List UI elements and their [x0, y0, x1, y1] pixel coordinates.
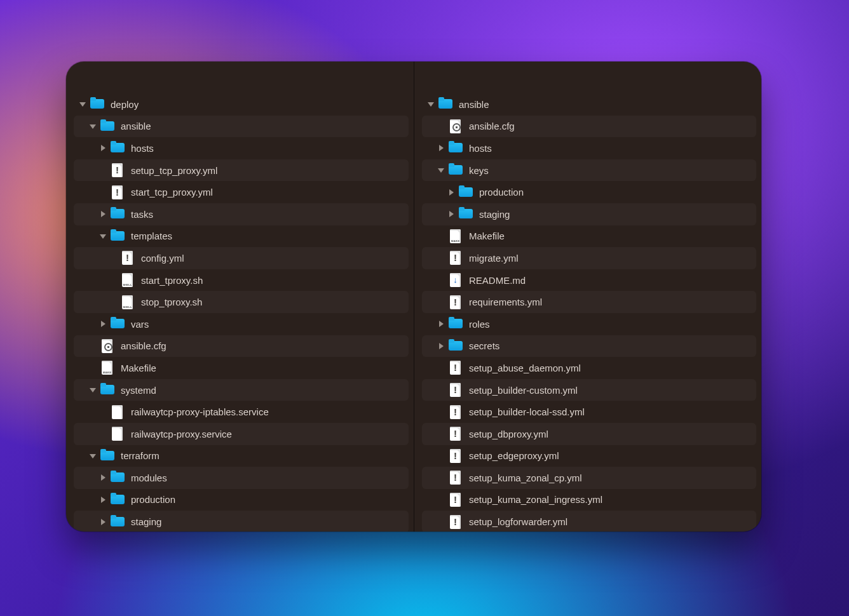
tree-row-hosts_r[interactable]: hosts — [422, 137, 756, 159]
tree-row-readme_md[interactable]: README.md — [422, 269, 756, 291]
tree-item-label: migrate.yml — [469, 253, 519, 264]
file-tree-pane-left[interactable]: deployansiblehostssetup_tcp_proxy.ymlsta… — [66, 62, 414, 532]
tree-row-setup_kuma_cp[interactable]: setup_kuma_zonal_cp.yml — [422, 467, 756, 489]
tree-row-setup_logforwarder[interactable]: setup_logforwarder.yml — [422, 511, 756, 532]
chevron-down-icon[interactable] — [79, 100, 86, 108]
chevron-down-icon[interactable] — [89, 386, 97, 394]
yml-file-icon — [449, 295, 463, 309]
tree-row-config_yml[interactable]: config.yml — [74, 247, 409, 269]
chevron-right-icon[interactable] — [99, 496, 107, 504]
yml-file-icon — [449, 427, 463, 441]
tree-row-production_keys[interactable]: production — [422, 181, 756, 203]
yml-file-icon — [449, 449, 463, 463]
tree-row-svc_iptables[interactable]: railwaytcp-proxy-iptables.service — [74, 401, 409, 423]
tree-item-label: ansible — [459, 99, 489, 110]
tree-row-staging_keys[interactable]: staging — [422, 203, 756, 225]
tree-row-tasks[interactable]: tasks — [74, 203, 409, 225]
tree-item-label: railwaytcp-proxy.service — [131, 429, 232, 439]
chevron-right-icon[interactable] — [99, 320, 107, 328]
tree-row-start_tcp_proxy[interactable]: start_tcp_proxy.yml — [74, 181, 409, 203]
tree-item-label: setup_tcp_proxy.yml — [131, 165, 217, 176]
disclosure-spacer — [109, 298, 117, 306]
folder-icon — [111, 471, 125, 485]
tree-row-ansible_cfg_r[interactable]: ansible.cfg — [422, 116, 756, 138]
plain-file-icon — [111, 405, 125, 419]
chevron-right-icon[interactable] — [99, 474, 107, 481]
chevron-down-icon[interactable] — [437, 166, 445, 174]
tree-row-start_tproxy_sh[interactable]: start_tproxy.sh — [74, 269, 409, 291]
desktop-background: deployansiblehostssetup_tcp_proxy.ymlsta… — [0, 0, 849, 616]
chevron-right-icon[interactable] — [99, 518, 107, 526]
folder-icon — [449, 317, 463, 331]
tree-item-label: setup_abuse_daemon.yml — [469, 363, 581, 373]
tree-row-setup_builder_custom[interactable]: setup_builder-custom.yml — [422, 379, 756, 401]
chevron-down-icon[interactable] — [89, 123, 97, 130]
tree-item-label: stop_tproxy.sh — [141, 297, 202, 307]
tree-row-ansible_r[interactable]: ansible — [422, 93, 756, 116]
file-tree-pane-right[interactable]: ansibleansible.cfghostskeysproductionsta… — [414, 62, 761, 532]
tree-row-migrate_yml[interactable]: migrate.yml — [422, 247, 756, 269]
yml-file-icon — [449, 383, 463, 397]
tree-item-label: setup_edgeproxy.yml — [469, 450, 559, 461]
tree-row-ansible_cfg_l[interactable]: ansible.cfg — [74, 335, 409, 358]
chevron-right-icon[interactable] — [99, 144, 107, 152]
chevron-right-icon[interactable] — [437, 144, 445, 152]
tree-item-label: setup_logforwarder.yml — [469, 516, 567, 527]
tree-row-vars[interactable]: vars — [74, 313, 409, 335]
tree-row-systemd[interactable]: systemd — [74, 379, 409, 401]
disclosure-spacer — [109, 254, 117, 262]
tree-row-makefile_l[interactable]: Makefile — [74, 357, 409, 379]
tree-row-svc_proxy[interactable]: railwaytcp-proxy.service — [74, 423, 409, 445]
md-file-icon — [449, 273, 463, 287]
tree-row-deploy[interactable]: deploy — [74, 93, 409, 116]
chevron-right-icon[interactable] — [99, 210, 107, 218]
chevron-right-icon[interactable] — [437, 342, 445, 350]
tree-row-setup_dbproxy[interactable]: setup_dbproxy.yml — [422, 423, 756, 445]
tree-row-production_tf[interactable]: production — [74, 489, 409, 511]
folder-icon — [438, 97, 452, 111]
chevron-down-icon[interactable] — [99, 232, 107, 240]
plain-file-icon — [111, 427, 125, 441]
tree-row-staging_tf[interactable]: staging — [74, 511, 409, 532]
tree-row-ansible_l[interactable]: ansible — [74, 116, 409, 138]
tree-item-label: railwaytcp-proxy-iptables.service — [131, 406, 269, 417]
folder-icon — [111, 207, 125, 221]
chevron-right-icon[interactable] — [447, 189, 455, 196]
tree-item-label: staging — [131, 516, 161, 527]
disclosure-spacer — [437, 276, 445, 284]
tree-row-setup_tcp_proxy[interactable]: setup_tcp_proxy.yml — [74, 159, 409, 182]
folder-icon — [111, 141, 125, 155]
tree-row-roles[interactable]: roles — [422, 313, 756, 335]
tree-row-setup_kuma_ingress[interactable]: setup_kuma_zonal_ingress.yml — [422, 489, 756, 511]
sh-file-icon — [121, 273, 135, 287]
tree-row-setup_builder_local[interactable]: setup_builder-local-ssd.yml — [422, 401, 756, 423]
tree-row-modules[interactable]: modules — [74, 467, 409, 489]
tree-row-stop_tproxy_sh[interactable]: stop_tproxy.sh — [74, 291, 409, 313]
folder-icon — [449, 339, 463, 353]
chevron-right-icon[interactable] — [447, 210, 455, 218]
tree-row-terraform[interactable]: terraform — [74, 445, 409, 467]
file-browser-window: deployansiblehostssetup_tcp_proxy.ymlsta… — [66, 62, 761, 532]
chevron-down-icon[interactable] — [427, 100, 435, 108]
disclosure-spacer — [437, 496, 445, 504]
yml-file-icon — [449, 405, 463, 419]
tree-row-setup_abuse_daemon[interactable]: setup_abuse_daemon.yml — [422, 357, 756, 379]
tree-row-hosts_l[interactable]: hosts — [74, 137, 409, 159]
tree-item-label: Makefile — [121, 363, 156, 373]
folder-icon — [459, 185, 473, 199]
tree-row-keys[interactable]: keys — [422, 159, 756, 182]
tree-item-label: config.yml — [141, 253, 184, 264]
tree-row-secrets[interactable]: secrets — [422, 335, 756, 358]
tree-row-templates[interactable]: templates — [74, 225, 409, 248]
cfg-file-icon — [100, 339, 114, 353]
tree-row-setup_edgeproxy[interactable]: setup_edgeproxy.yml — [422, 445, 756, 467]
chevron-down-icon[interactable] — [89, 452, 97, 460]
tree-row-requirements_yml[interactable]: requirements.yml — [422, 291, 756, 313]
tree-item-label: keys — [469, 165, 489, 176]
folder-icon — [111, 515, 125, 529]
chevron-right-icon[interactable] — [437, 320, 445, 328]
tree-row-makefile_r[interactable]: Makefile — [422, 225, 756, 248]
folder-icon — [100, 119, 114, 133]
tree-item-label: systemd — [121, 385, 156, 396]
tree-item-label: hosts — [131, 143, 154, 154]
